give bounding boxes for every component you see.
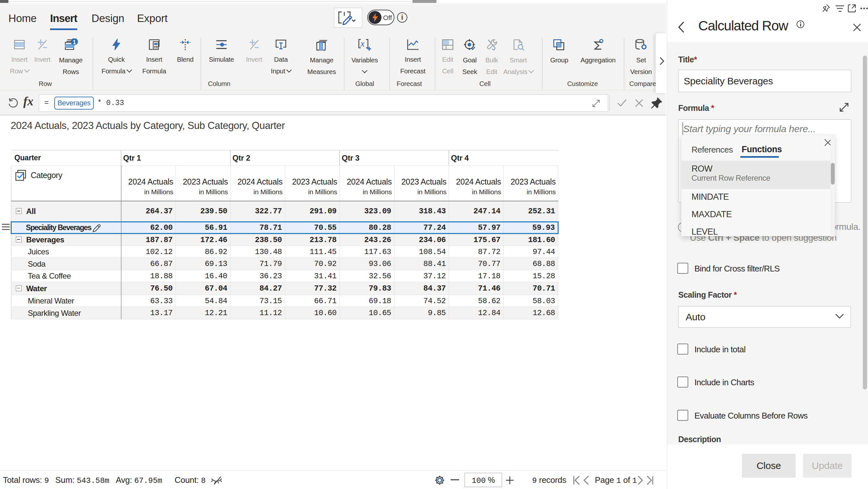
svg-text:1: 1 (73, 39, 76, 45)
svg-text:x: x (360, 38, 365, 48)
